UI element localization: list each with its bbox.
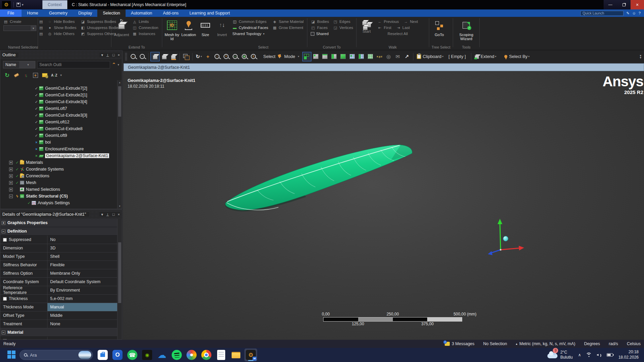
tree-item[interactable]: ✓Geom\Cut-Extrude7[2] [0, 85, 90, 92]
details-property-value[interactable]: Manual [47, 303, 117, 311]
isometric-view-icon[interactable] [150, 52, 160, 61]
tree-expander-icon[interactable]: + [9, 161, 13, 164]
tree-item[interactable]: ✓Geom\Loft12 [0, 119, 72, 125]
shared-checkbox[interactable]: Shared [311, 31, 329, 36]
spotify-app-icon[interactable] [170, 349, 183, 361]
details-property-label[interactable]: Offset Type [0, 311, 47, 320]
sort-az-icon[interactable]: A↓Z [51, 72, 58, 79]
feedback-icon[interactable]: ✎ [626, 11, 629, 16]
convert-vertices-button[interactable]: ◲Vertices [333, 25, 353, 30]
context-tab[interactable]: Context [42, 0, 67, 9]
reselect-all-button[interactable]: Reselect All [377, 31, 418, 36]
cylindrical-faces-button[interactable]: ▬Cylindrical Faces [232, 25, 268, 30]
view-next-icon[interactable]: → [138, 52, 147, 61]
tree-item[interactable]: ✓Geom\Loft7 [0, 105, 70, 112]
details-property-value[interactable]: Membrane Only [47, 269, 117, 277]
named-selection-combobox[interactable]: ▾ [3, 25, 36, 31]
clock[interactable]: 20:18 18.02.2026 [618, 350, 639, 360]
messages-button[interactable]: i 3 Messages [445, 341, 474, 346]
hide-bodies-button[interactable]: ◌Hide Bodies [47, 19, 76, 24]
tree-item[interactable]: −ϟStatic Structural (C5) [0, 193, 70, 200]
tree-item[interactable]: ✓Geom\Cut-Extrude3[3] [0, 112, 90, 119]
checkbox-icon[interactable] [3, 297, 7, 301]
start-button[interactable] [7, 351, 16, 359]
store-app-icon[interactable] [96, 349, 109, 361]
details-property-value[interactable]: None [47, 320, 117, 328]
onedrive-app-icon[interactable]: ☁ [156, 349, 168, 361]
sort-arrows-icon[interactable]: ↑↓ [23, 72, 29, 79]
details-property-value[interactable]: By Environment [47, 286, 117, 294]
show-hidden-items-icon[interactable] [41, 72, 48, 79]
show-bodies-button[interactable]: ●Show Bodies [47, 25, 76, 30]
toolbar-grip[interactable] [125, 53, 127, 61]
details-scrollbar[interactable] [117, 219, 122, 339]
tree-expander-icon[interactable]: + [9, 168, 13, 171]
xyz-label-icon[interactable]: x.y.z [375, 52, 384, 61]
element-face-filter-icon[interactable] [357, 52, 366, 61]
outline-panel-header[interactable]: Outline ▾ ⊤ □ × [0, 51, 122, 59]
details-property-label[interactable]: Stiffness Option [0, 269, 47, 277]
stamp-icon[interactable]: ▤ [39, 25, 43, 30]
details-property-label[interactable]: Stiffness Behavior [0, 261, 47, 269]
size-button[interactable]: Size [197, 17, 214, 37]
zoom-icon[interactable]: ↕ [212, 52, 222, 61]
image-capture-icon[interactable] [181, 52, 191, 61]
tree-item[interactable]: +✓Coordinate Systems [0, 166, 67, 173]
element-filter-icon[interactable] [366, 52, 375, 61]
toolbar-overflow-icon[interactable]: ▾▾ [640, 55, 641, 59]
battery-icon[interactable] [607, 353, 613, 357]
viewport-canvas[interactable]: Geom\kaplama-2@Surface-Knit1 18.02.2026 … [123, 71, 644, 340]
details-property-label[interactable]: Thickness Mode [0, 303, 47, 311]
chart-icon[interactable]: ↗ [402, 52, 411, 61]
adjacent-button[interactable]: ↻ Adjacent [113, 17, 130, 37]
wing-body[interactable] [225, 145, 412, 212]
close-icon[interactable]: × [118, 53, 120, 57]
tree-item[interactable]: ✓Geom\Cut-Extrude8 [0, 125, 85, 132]
file-explorer-app-icon[interactable] [230, 349, 242, 361]
select-mode-button[interactable]: Mode▾ [277, 52, 300, 61]
chevron-down-icon[interactable]: ▾ [19, 61, 35, 68]
invert-button[interactable]: ↑↓ Invert [214, 17, 231, 37]
panel-dropdown-icon[interactable]: ▾ [101, 53, 103, 57]
details-property-value[interactable] [47, 337, 117, 339]
viewports-icon[interactable] [169, 52, 178, 61]
close-button[interactable]: × [631, 0, 644, 9]
previous-button[interactable]: ←Previous [377, 19, 399, 24]
details-property-label[interactable]: Coordinate System [0, 278, 47, 286]
checkbox-icon[interactable] [311, 32, 314, 36]
convert-bodies-button[interactable]: ◪Bodies [311, 19, 329, 24]
edge-filter-icon[interactable] [320, 52, 330, 61]
scoping-wizard-button[interactable]: Scoping Wizard [454, 17, 478, 41]
grow-element-button[interactable]: ▩Grow Element [272, 25, 304, 30]
search-highlight-image[interactable] [78, 351, 91, 359]
details-property-value[interactable]: 3D [47, 244, 117, 252]
tree-item[interactable]: +✓Connections [0, 173, 52, 179]
convert-edges-button[interactable]: ◳Edges [333, 19, 353, 24]
tree-item[interactable]: ✓Geom\Loft9 [0, 132, 70, 139]
expand-all-icon[interactable]: + [32, 72, 39, 79]
tree-item[interactable]: +✓Mesh [0, 179, 39, 186]
details-section-header[interactable]: +Graphics Properties [0, 219, 117, 227]
comment-icon[interactable]: ✉ [393, 52, 402, 61]
viewport-tab[interactable]: Geom\kaplama-2@Surface-Knit1 [124, 63, 644, 71]
pin-icon[interactable]: ⊤ [106, 212, 109, 217]
coordinate-readout-icon[interactable]: ◎ [384, 52, 393, 61]
checkbox-icon[interactable] [3, 339, 7, 340]
ansys-mechanical-app-icon[interactable]: ⚙ [244, 349, 257, 361]
menu-tab-selection[interactable]: Selection [97, 9, 125, 17]
next-button[interactable]: →Next [404, 19, 418, 24]
collapse-icon[interactable]: − [2, 331, 5, 334]
filter-type-dropdown[interactable]: Name▾ [3, 61, 35, 68]
tree-item[interactable]: ×boi [0, 139, 54, 146]
document-app-icon[interactable] [215, 349, 228, 361]
outlook-app-icon[interactable]: O [111, 349, 124, 361]
tree-item[interactable]: ✓Analysis Settings [0, 200, 72, 206]
details-property-label[interactable]: Model Type [0, 252, 47, 261]
help-icon[interactable]: ? [639, 11, 641, 15]
details-property-value[interactable]: Flexible [47, 261, 117, 269]
outline-search-input[interactable] [37, 61, 110, 68]
tree-expander-icon[interactable]: − [9, 194, 13, 198]
menu-tab-home[interactable]: Home [22, 9, 43, 17]
pin-icon[interactable]: ⊤ [106, 53, 109, 57]
vertex-filter-icon[interactable] [311, 52, 320, 61]
